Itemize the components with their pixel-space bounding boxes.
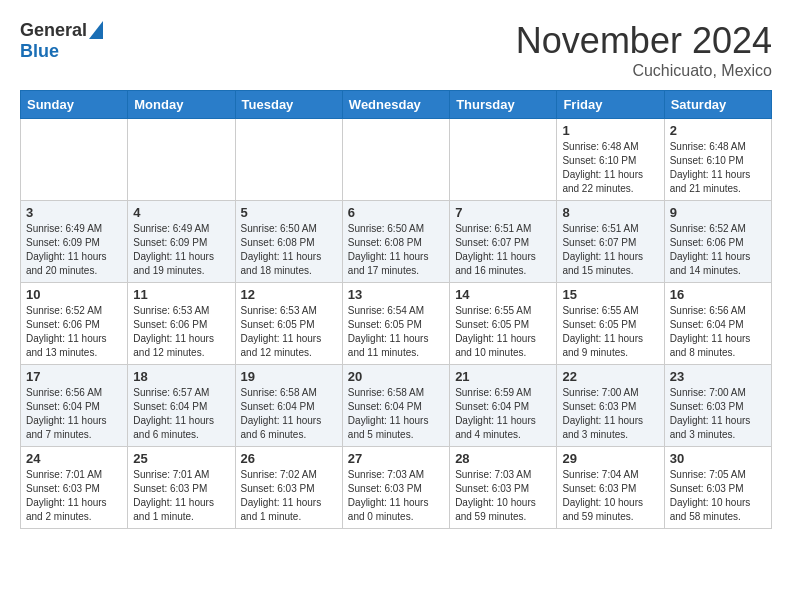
day-number: 16: [670, 287, 766, 302]
column-header-saturday: Saturday: [664, 91, 771, 119]
day-info: Sunrise: 6:55 AM Sunset: 6:05 PM Dayligh…: [455, 304, 551, 360]
calendar-cell: 21Sunrise: 6:59 AM Sunset: 6:04 PM Dayli…: [450, 365, 557, 447]
calendar-cell: 2Sunrise: 6:48 AM Sunset: 6:10 PM Daylig…: [664, 119, 771, 201]
calendar-cell: [342, 119, 449, 201]
day-number: 10: [26, 287, 122, 302]
calendar-cell: 4Sunrise: 6:49 AM Sunset: 6:09 PM Daylig…: [128, 201, 235, 283]
calendar-cell: 26Sunrise: 7:02 AM Sunset: 6:03 PM Dayli…: [235, 447, 342, 529]
calendar-cell: 12Sunrise: 6:53 AM Sunset: 6:05 PM Dayli…: [235, 283, 342, 365]
day-number: 18: [133, 369, 229, 384]
day-number: 25: [133, 451, 229, 466]
logo: General Blue: [20, 20, 103, 62]
calendar-week-row: 1Sunrise: 6:48 AM Sunset: 6:10 PM Daylig…: [21, 119, 772, 201]
day-info: Sunrise: 6:57 AM Sunset: 6:04 PM Dayligh…: [133, 386, 229, 442]
day-number: 12: [241, 287, 337, 302]
day-info: Sunrise: 6:49 AM Sunset: 6:09 PM Dayligh…: [133, 222, 229, 278]
day-number: 21: [455, 369, 551, 384]
day-info: Sunrise: 6:52 AM Sunset: 6:06 PM Dayligh…: [26, 304, 122, 360]
day-info: Sunrise: 6:56 AM Sunset: 6:04 PM Dayligh…: [26, 386, 122, 442]
calendar-cell: [128, 119, 235, 201]
day-info: Sunrise: 7:01 AM Sunset: 6:03 PM Dayligh…: [133, 468, 229, 524]
page-header: General Blue November 2024 Cuchicuato, M…: [20, 20, 772, 80]
calendar-week-row: 3Sunrise: 6:49 AM Sunset: 6:09 PM Daylig…: [21, 201, 772, 283]
calendar-cell: 18Sunrise: 6:57 AM Sunset: 6:04 PM Dayli…: [128, 365, 235, 447]
day-number: 17: [26, 369, 122, 384]
calendar-cell: 25Sunrise: 7:01 AM Sunset: 6:03 PM Dayli…: [128, 447, 235, 529]
column-header-tuesday: Tuesday: [235, 91, 342, 119]
calendar-cell: 17Sunrise: 6:56 AM Sunset: 6:04 PM Dayli…: [21, 365, 128, 447]
day-info: Sunrise: 6:48 AM Sunset: 6:10 PM Dayligh…: [670, 140, 766, 196]
calendar-week-row: 10Sunrise: 6:52 AM Sunset: 6:06 PM Dayli…: [21, 283, 772, 365]
day-info: Sunrise: 7:03 AM Sunset: 6:03 PM Dayligh…: [348, 468, 444, 524]
column-header-thursday: Thursday: [450, 91, 557, 119]
calendar-cell: 7Sunrise: 6:51 AM Sunset: 6:07 PM Daylig…: [450, 201, 557, 283]
calendar-cell: 14Sunrise: 6:55 AM Sunset: 6:05 PM Dayli…: [450, 283, 557, 365]
calendar-cell: 6Sunrise: 6:50 AM Sunset: 6:08 PM Daylig…: [342, 201, 449, 283]
location-subtitle: Cuchicuato, Mexico: [516, 62, 772, 80]
day-info: Sunrise: 6:48 AM Sunset: 6:10 PM Dayligh…: [562, 140, 658, 196]
logo-general-text: General: [20, 20, 87, 41]
calendar-cell: 22Sunrise: 7:00 AM Sunset: 6:03 PM Dayli…: [557, 365, 664, 447]
day-info: Sunrise: 6:53 AM Sunset: 6:05 PM Dayligh…: [241, 304, 337, 360]
calendar-cell: 16Sunrise: 6:56 AM Sunset: 6:04 PM Dayli…: [664, 283, 771, 365]
day-info: Sunrise: 6:50 AM Sunset: 6:08 PM Dayligh…: [241, 222, 337, 278]
calendar-cell: 27Sunrise: 7:03 AM Sunset: 6:03 PM Dayli…: [342, 447, 449, 529]
day-info: Sunrise: 6:59 AM Sunset: 6:04 PM Dayligh…: [455, 386, 551, 442]
day-info: Sunrise: 6:54 AM Sunset: 6:05 PM Dayligh…: [348, 304, 444, 360]
day-info: Sunrise: 6:50 AM Sunset: 6:08 PM Dayligh…: [348, 222, 444, 278]
day-info: Sunrise: 7:00 AM Sunset: 6:03 PM Dayligh…: [562, 386, 658, 442]
calendar-cell: 23Sunrise: 7:00 AM Sunset: 6:03 PM Dayli…: [664, 365, 771, 447]
column-header-wednesday: Wednesday: [342, 91, 449, 119]
title-section: November 2024 Cuchicuato, Mexico: [516, 20, 772, 80]
day-info: Sunrise: 6:55 AM Sunset: 6:05 PM Dayligh…: [562, 304, 658, 360]
day-info: Sunrise: 7:01 AM Sunset: 6:03 PM Dayligh…: [26, 468, 122, 524]
calendar-cell: 13Sunrise: 6:54 AM Sunset: 6:05 PM Dayli…: [342, 283, 449, 365]
calendar-cell: 28Sunrise: 7:03 AM Sunset: 6:03 PM Dayli…: [450, 447, 557, 529]
day-info: Sunrise: 6:56 AM Sunset: 6:04 PM Dayligh…: [670, 304, 766, 360]
column-header-friday: Friday: [557, 91, 664, 119]
calendar-cell: 1Sunrise: 6:48 AM Sunset: 6:10 PM Daylig…: [557, 119, 664, 201]
day-number: 7: [455, 205, 551, 220]
calendar-cell: 15Sunrise: 6:55 AM Sunset: 6:05 PM Dayli…: [557, 283, 664, 365]
calendar-cell: 8Sunrise: 6:51 AM Sunset: 6:07 PM Daylig…: [557, 201, 664, 283]
calendar-cell: 20Sunrise: 6:58 AM Sunset: 6:04 PM Dayli…: [342, 365, 449, 447]
calendar-cell: 11Sunrise: 6:53 AM Sunset: 6:06 PM Dayli…: [128, 283, 235, 365]
day-info: Sunrise: 6:58 AM Sunset: 6:04 PM Dayligh…: [241, 386, 337, 442]
day-info: Sunrise: 7:04 AM Sunset: 6:03 PM Dayligh…: [562, 468, 658, 524]
day-number: 15: [562, 287, 658, 302]
calendar-week-row: 24Sunrise: 7:01 AM Sunset: 6:03 PM Dayli…: [21, 447, 772, 529]
day-number: 28: [455, 451, 551, 466]
calendar-week-row: 17Sunrise: 6:56 AM Sunset: 6:04 PM Dayli…: [21, 365, 772, 447]
day-info: Sunrise: 7:00 AM Sunset: 6:03 PM Dayligh…: [670, 386, 766, 442]
calendar-cell: 10Sunrise: 6:52 AM Sunset: 6:06 PM Dayli…: [21, 283, 128, 365]
day-number: 22: [562, 369, 658, 384]
calendar-cell: [450, 119, 557, 201]
day-number: 9: [670, 205, 766, 220]
day-number: 23: [670, 369, 766, 384]
day-number: 13: [348, 287, 444, 302]
calendar-cell: 9Sunrise: 6:52 AM Sunset: 6:06 PM Daylig…: [664, 201, 771, 283]
logo-arrow-icon: [89, 21, 103, 39]
day-number: 2: [670, 123, 766, 138]
day-number: 19: [241, 369, 337, 384]
day-info: Sunrise: 6:58 AM Sunset: 6:04 PM Dayligh…: [348, 386, 444, 442]
day-number: 20: [348, 369, 444, 384]
calendar-cell: 24Sunrise: 7:01 AM Sunset: 6:03 PM Dayli…: [21, 447, 128, 529]
calendar-table: SundayMondayTuesdayWednesdayThursdayFrid…: [20, 90, 772, 529]
day-number: 26: [241, 451, 337, 466]
day-info: Sunrise: 6:51 AM Sunset: 6:07 PM Dayligh…: [455, 222, 551, 278]
day-info: Sunrise: 7:05 AM Sunset: 6:03 PM Dayligh…: [670, 468, 766, 524]
day-number: 4: [133, 205, 229, 220]
day-number: 29: [562, 451, 658, 466]
day-number: 6: [348, 205, 444, 220]
day-info: Sunrise: 7:03 AM Sunset: 6:03 PM Dayligh…: [455, 468, 551, 524]
calendar-cell: [235, 119, 342, 201]
calendar-cell: 19Sunrise: 6:58 AM Sunset: 6:04 PM Dayli…: [235, 365, 342, 447]
logo-blue-text: Blue: [20, 41, 59, 62]
day-number: 1: [562, 123, 658, 138]
calendar-cell: [21, 119, 128, 201]
day-number: 14: [455, 287, 551, 302]
calendar-header-row: SundayMondayTuesdayWednesdayThursdayFrid…: [21, 91, 772, 119]
day-info: Sunrise: 6:52 AM Sunset: 6:06 PM Dayligh…: [670, 222, 766, 278]
day-number: 8: [562, 205, 658, 220]
